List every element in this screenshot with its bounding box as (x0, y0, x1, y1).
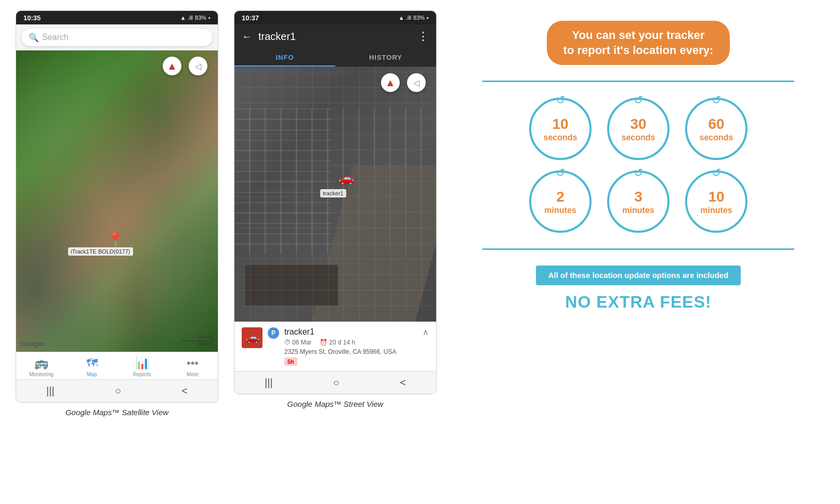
location-icon: ◁ (195, 61, 201, 71)
tracker-details: tracker1 ⏱ 06 Mar ⏰ 20 d 14 h 2325 Myers… (284, 327, 417, 366)
intervals-row-2: 2 minutes 3 minutes 10 minutes (529, 170, 747, 233)
nav-reports-label: Reports (133, 372, 151, 377)
tracker-info-name: tracker1 (284, 327, 417, 337)
more-menu-button[interactable]: ⋮ (417, 30, 429, 43)
tracker-header: ← tracker1 ⋮ (234, 24, 436, 48)
tracker-car-icon: 🚗 (242, 327, 262, 348)
google-watermark: Google (20, 340, 44, 348)
info-divider-top (482, 81, 794, 82)
satellite-map-bg: ▲ ◁ 📍 iTrack1TE BOLD(0177) Google 200 mi (16, 50, 218, 352)
interval-unit-10m: minutes (700, 205, 732, 215)
phone2-caption: Google Maps™ Street View (234, 394, 437, 411)
more-icon: ••• (187, 356, 199, 370)
tab-info[interactable]: INFO (234, 48, 335, 67)
parking-lines-h (234, 109, 436, 254)
phone1-time: 10:35 (23, 14, 41, 22)
interval-number-3m: 3 (622, 188, 654, 206)
info-divider-bottom (482, 248, 794, 250)
phone2-android-back-btn[interactable]: < (400, 377, 406, 389)
phone1-battery: 83% (195, 15, 206, 21)
interval-text-3m: 3 minutes (622, 188, 654, 216)
interval-number-60s: 60 (700, 115, 733, 133)
tracker-marker: 📍 (107, 232, 124, 248)
map-icon: 🗺 (86, 356, 98, 370)
nav-monitoring[interactable]: 🚌 Monitoring (26, 356, 57, 377)
phone1-battery-icon: ▪ (208, 15, 211, 21)
info-title-line1: You can set your tracker (563, 28, 714, 43)
tracker-5h-badge: 5h (284, 357, 297, 366)
included-text: All of these location update options are… (548, 271, 729, 280)
phone2-compass-arrow: ▲ (385, 77, 396, 89)
parking-lines-v (234, 109, 332, 254)
scale-bar: 200 mi 500 km (181, 335, 213, 347)
phone1-mockup: 10:35 ▲ .ill 83% ▪ 🔍 Search ▲ (16, 10, 218, 403)
phone2-time: 10:37 (242, 14, 259, 22)
search-placeholder[interactable]: Search (42, 33, 69, 42)
nav-map-label: Map (87, 372, 97, 377)
tab-history[interactable]: HISTORY (335, 48, 436, 67)
phone2-tracker-label: tracker1 (320, 189, 346, 197)
interval-unit-2m: minutes (544, 205, 576, 215)
android-home-btn[interactable]: ○ (115, 385, 121, 397)
phone2-android-home-btn[interactable]: ○ (333, 377, 339, 389)
interval-circle-3m: 3 minutes (607, 170, 670, 233)
phone2-tracker-marker: 🚗 (338, 171, 354, 185)
phone2-map-compass[interactable]: ▲ (381, 73, 400, 92)
tracker-date-icon: ⏱ 06 Mar (284, 339, 311, 346)
interval-text-10m: 10 minutes (700, 188, 732, 216)
phone2-google-watermark: Google (239, 310, 262, 317)
phone2-android-nav: ||| ○ < (234, 371, 436, 394)
nav-more-label: More (187, 372, 199, 377)
interval-unit-30s: seconds (622, 132, 655, 142)
interval-circle-60s: 60 seconds (685, 98, 747, 160)
interval-unit-60s: seconds (700, 132, 733, 142)
nav-more[interactable]: ••• More (177, 356, 208, 377)
phone1-android-nav: ||| ○ < (16, 379, 218, 402)
nav-monitoring-label: Monitoring (29, 372, 54, 377)
interval-number-2m: 2 (544, 188, 576, 206)
phone1-signal-icon: ▲ .ill (180, 15, 193, 21)
compass-arrow: ▲ (167, 60, 177, 72)
android-menu-btn[interactable]: ||| (46, 385, 55, 397)
map-location-button[interactable]: ◁ (189, 57, 207, 75)
phone1-status-bar: 10:35 ▲ .ill 83% ▪ (16, 11, 218, 24)
info-title-line2: to report it's location every: (563, 43, 714, 58)
interval-number-10s: 10 (544, 115, 578, 133)
interval-text-2m: 2 minutes (544, 188, 576, 216)
nav-map[interactable]: 🗺 Map (76, 356, 108, 377)
building-overlay (245, 264, 338, 306)
android-back-btn[interactable]: < (181, 385, 188, 397)
phone1-search-container: 🔍 Search (16, 24, 218, 50)
interval-60s: 60 seconds (685, 98, 747, 160)
phone2-map-location-button[interactable]: ◁ (407, 73, 426, 92)
interval-text-30s: 30 seconds (622, 115, 655, 143)
interval-2m: 2 minutes (529, 170, 592, 233)
tracker-info-panel: 🚗 P tracker1 ⏱ 06 Mar ⏰ 20 d 14 h 2325 M… (234, 322, 436, 371)
phone1-status-icons: ▲ .ill 83% ▪ (180, 15, 211, 21)
phone2-battery: 83% (413, 15, 425, 21)
tracker-info-header: 🚗 P tracker1 ⏱ 06 Mar ⏰ 20 d 14 h 2325 M… (242, 327, 429, 366)
phone2-map[interactable]: ▲ ◁ 🚗 tracker1 Google (234, 67, 436, 322)
tracker-tabs: INFO HISTORY (234, 48, 436, 67)
map-compass[interactable]: ▲ (163, 57, 181, 75)
interval-3m: 3 minutes (607, 170, 670, 233)
nav-reports[interactable]: 📊 Reports (127, 356, 158, 377)
no-fees-section: All of these location update options are… (536, 266, 741, 312)
phone1-search-bar[interactable]: 🔍 Search (21, 29, 213, 46)
back-button[interactable]: ← (242, 31, 252, 43)
tracker-label: iTrack1TE BOLD(0177) (68, 247, 133, 256)
infographic-panel: You can set your tracker to report it's … (452, 10, 824, 322)
phone2-mockup: 10:37 ▲ .ill 83% ▪ ← tracker1 ⋮ INFO HIS… (234, 10, 437, 394)
phone1-caption: Google Maps™ Satellite View (16, 403, 218, 419)
interval-number-30s: 30 (622, 115, 655, 133)
phone1-map[interactable]: ▲ ◁ 📍 iTrack1TE BOLD(0177) Google 200 mi (16, 50, 218, 352)
interval-unit-3m: minutes (622, 205, 654, 215)
tracker-address: 2325 Myers St, Oroville, CA 95966, USA (284, 348, 417, 355)
tracker-parking-badge: P (268, 327, 279, 339)
panel-expand-button[interactable]: ∧ (423, 327, 429, 337)
street-overlay (234, 67, 436, 322)
tracker-duration-icon: ⏰ 20 d 14 h (320, 339, 355, 346)
street-map-bg: ▲ ◁ 🚗 tracker1 Google (234, 67, 436, 322)
phone2-android-menu-btn[interactable]: ||| (265, 377, 273, 389)
phone2-location-icon: ◁ (413, 78, 419, 88)
